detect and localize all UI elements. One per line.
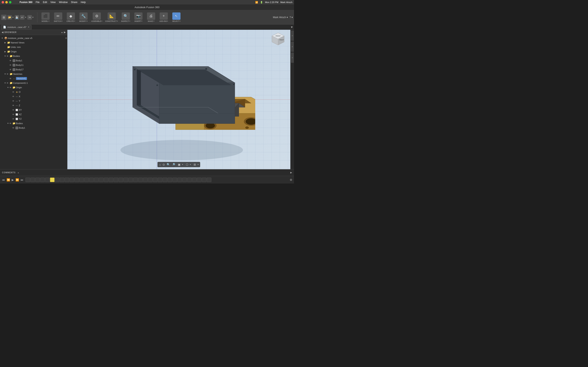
tree-item-xz-plane[interactable]: 👁⬜XZ (0, 112, 67, 117)
tree-item-x-axis[interactable]: 👁—X (0, 94, 67, 99)
toolbar-sketch-button[interactable]: ✏SKETCH▾ (52, 12, 64, 23)
tree-eye-sketch41[interactable]: 👁 (9, 77, 11, 80)
zoom-in-button[interactable]: 🔍 (166, 162, 171, 167)
tree-item-xy-plane[interactable]: 👁⬜XY (0, 108, 67, 112)
timeline-item-37[interactable] (202, 178, 207, 182)
right-panel-item-2[interactable]: ≡ (291, 42, 294, 52)
toolbar-make-button[interactable]: 🖨MAKE▾ (145, 12, 157, 23)
timeline-item-19[interactable] (114, 178, 118, 182)
redo-button[interactable]: ↪ ▼ (27, 15, 34, 20)
timeline-item-7[interactable] (55, 178, 60, 182)
timeline-item-27[interactable] (153, 178, 157, 182)
tree-eye-comp-bodies[interactable]: 👁 (9, 122, 11, 125)
app-name[interactable]: Fusion 360 (20, 1, 33, 4)
home-view-button[interactable]: ⌂ (159, 162, 161, 167)
timeline-item-25[interactable] (143, 178, 148, 182)
grid-button[interactable]: ⊞ (193, 162, 196, 167)
timeline-item-36[interactable] (197, 178, 201, 182)
display-mode-arrow[interactable]: ▼ (182, 164, 183, 166)
toolbar-inspect-button[interactable]: 🔍INSPECT▾ (120, 12, 132, 23)
tree-eye-comp-origin[interactable]: 👁 (9, 86, 11, 89)
timeline-item-3[interactable] (35, 178, 40, 182)
tree-eye-x-axis[interactable]: 👁 (12, 95, 14, 98)
tree-eye-body11[interactable]: 👁 (9, 64, 11, 66)
timeline-item-31[interactable] (173, 178, 177, 182)
tree-eye-component1[interactable]: 👁 (7, 82, 9, 84)
toolbar-modify-button[interactable]: 🔧MODIFY▾ (77, 12, 90, 23)
tree-extra-root[interactable]: ⚙ (65, 37, 67, 40)
timeline-item-6[interactable] (50, 178, 54, 182)
menu-file[interactable]: File (36, 1, 40, 4)
timeline-last-button[interactable]: ⏭ (21, 178, 24, 182)
toolbar-select-button[interactable]: ↖SELECT▾ (170, 12, 182, 23)
timeline-next-button[interactable]: ⏩ (16, 178, 19, 182)
timeline-item-29[interactable] (163, 178, 167, 182)
timeline-item-26[interactable] (148, 178, 153, 182)
tree-item-bodies[interactable]: ▼👁📁Bodies (0, 54, 67, 58)
timeline-item-33[interactable] (182, 178, 187, 182)
timeline-item-24[interactable] (138, 178, 143, 182)
tree-item-named-views[interactable]: ▶📁Named Views (0, 40, 67, 45)
timeline-item-14[interactable] (89, 178, 94, 182)
timeline-item-5[interactable] (45, 178, 50, 182)
tree-eye-xz-plane[interactable]: 👁 (12, 113, 14, 116)
expand-browser-button[interactable]: ▶ (64, 31, 66, 34)
tree-item-body1[interactable]: 👁Body1 (0, 58, 67, 63)
tree-item-comp-body1[interactable]: 👁Body1 (0, 125, 67, 130)
user-button[interactable]: Mark Hirsch ▾ (273, 16, 288, 19)
tree-eye-z-axis[interactable]: 👁 (12, 104, 14, 107)
tree-eye-o-pt[interactable]: 👁 (12, 91, 14, 93)
close-button[interactable] (2, 1, 4, 3)
toolbar-add-ins-button[interactable]: +ADD-INS▾ (158, 12, 170, 23)
timeline-item-9[interactable] (65, 178, 69, 182)
tree-eye-body17[interactable]: 👁 (9, 68, 11, 71)
save-button[interactable]: 💾 (15, 15, 19, 20)
timeline-item-8[interactable] (60, 178, 64, 182)
help-button[interactable]: ? ▾ (290, 16, 293, 19)
timeline-item-13[interactable] (84, 178, 89, 182)
toolbar-insert-button[interactable]: 📷INSERT▾ (132, 12, 145, 23)
tree-eye-sketches[interactable]: 👁 (7, 73, 9, 75)
collapse-sidebar-button[interactable]: ◀ (2, 31, 3, 34)
menu-edit[interactable]: Edit (43, 1, 47, 4)
tree-eye-y-axis[interactable]: 👁 (12, 100, 14, 102)
timeline-item-11[interactable] (75, 178, 79, 182)
tree-item-sketches[interactable]: ▼👁📁Sketches (0, 72, 67, 76)
toolbar-model-button[interactable]: ⬛MODEL▾ (39, 12, 52, 23)
toolbar-construct-button[interactable]: 📐CONSTRUCT▾ (104, 12, 119, 23)
right-panel-item-3[interactable]: ≡ (291, 53, 294, 63)
menu-window[interactable]: Window (59, 1, 68, 4)
tree-item-root[interactable]: ▼📦moisture_probe_case v5⚙ (0, 36, 67, 40)
toolbar-create-button[interactable]: ◆CREATE▾ (65, 12, 77, 23)
timeline-item-2[interactable] (30, 178, 35, 182)
maximize-button[interactable] (9, 1, 11, 3)
timeline-settings-button[interactable]: ⚙ (290, 178, 292, 182)
menu-help[interactable]: Help (81, 1, 86, 4)
collapse-button[interactable]: ▼ (290, 25, 293, 29)
menu-share[interactable]: Share (71, 1, 77, 4)
tree-item-body11[interactable]: 👁Body11 (0, 63, 67, 67)
tree-item-comp-origin[interactable]: ▼👁📁Origin (0, 85, 67, 90)
timeline-item-16[interactable] (99, 178, 104, 182)
timeline-first-button[interactable]: ⏮ (2, 178, 5, 182)
open-file-button[interactable]: 📂 ▼ (7, 15, 14, 20)
timeline-prev-button[interactable]: ⏪ (7, 178, 10, 182)
timeline-item-23[interactable] (133, 178, 138, 182)
tree-eye-body1[interactable]: 👁 (9, 59, 11, 62)
tree-eye-comp-body1[interactable]: 👁 (12, 127, 14, 129)
view-type-button[interactable]: ⬡ (185, 162, 189, 167)
tree-eye-xy-plane[interactable]: 👁 (12, 109, 14, 111)
tree-item-units[interactable]: 📁Units: mm (0, 45, 67, 49)
timeline-item-10[interactable] (70, 178, 74, 182)
tree-item-yz-plane[interactable]: 👁⬜YZ (0, 117, 67, 121)
grid-arrow[interactable]: ▼ (197, 164, 199, 166)
timeline-item-20[interactable] (119, 178, 123, 182)
tree-eye-bodies[interactable]: 👁 (7, 55, 9, 57)
grid-view-button[interactable]: ⊞ (1, 15, 7, 20)
fit-view-button[interactable]: ⊙ (162, 162, 165, 167)
timeline-item-21[interactable] (123, 178, 128, 182)
timeline-item-38[interactable] (207, 178, 211, 182)
tree-eye-yz-plane[interactable]: 👁 (12, 118, 14, 120)
timeline-item-34[interactable] (187, 178, 192, 182)
timeline-item-15[interactable] (94, 178, 99, 182)
